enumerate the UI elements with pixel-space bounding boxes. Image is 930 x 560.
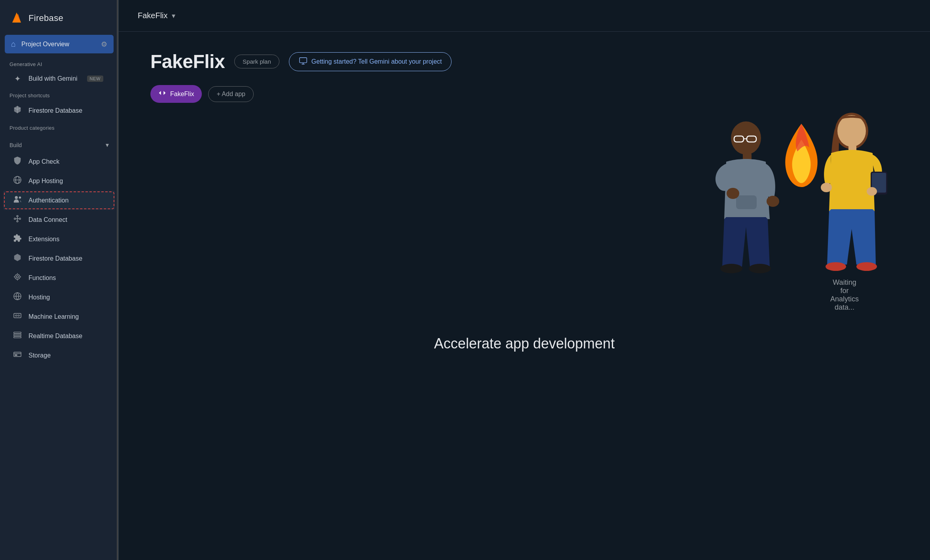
waiting-analytics-label: Waiting for Analytics data... bbox=[830, 278, 859, 312]
sidebar-item-app-hosting[interactable]: App Hosting bbox=[3, 171, 115, 191]
svg-point-44 bbox=[821, 183, 832, 192]
storage-icon bbox=[13, 350, 22, 361]
functions-icon bbox=[13, 272, 22, 283]
svg-point-38 bbox=[767, 196, 779, 207]
svg-point-6 bbox=[19, 218, 21, 219]
authentication-label: Authentication bbox=[28, 197, 68, 204]
svg-point-11 bbox=[16, 276, 19, 278]
project-name-label: FakeFlix bbox=[138, 11, 168, 20]
firestore-label: Firestore Database bbox=[28, 255, 82, 262]
main-content: FakeFlix ▾ FakeFlix Spark plan Getting s… bbox=[119, 0, 930, 560]
project-overview-label: Project Overview bbox=[21, 41, 95, 48]
storage-label: Storage bbox=[28, 352, 51, 359]
hero-area: Waiting for Analytics data... bbox=[150, 122, 930, 320]
svg-point-3 bbox=[15, 196, 18, 199]
spark-plan-badge[interactable]: Spark plan bbox=[234, 55, 279, 68]
sidebar-item-machine-learning[interactable]: Machine Learning bbox=[3, 307, 115, 326]
product-categories-label: Product categories bbox=[0, 120, 118, 133]
sidebar-item-app-check[interactable]: App Check bbox=[3, 152, 115, 171]
build-section-header[interactable]: Build ▾ bbox=[0, 136, 118, 152]
sidebar-item-hosting[interactable]: Hosting bbox=[3, 288, 115, 307]
add-app-label: + Add app bbox=[216, 91, 245, 98]
app-chip-label: FakeFlix bbox=[170, 91, 194, 98]
firestore-shortcut-label: Firestore Database bbox=[28, 107, 82, 114]
authentication-icon bbox=[13, 195, 22, 206]
project-dropdown-arrow-icon: ▾ bbox=[172, 11, 175, 20]
svg-point-49 bbox=[856, 262, 877, 271]
app-check-label: App Check bbox=[28, 158, 59, 165]
sidebar-item-extensions[interactable]: Extensions bbox=[3, 229, 115, 249]
svg-point-47 bbox=[867, 187, 877, 196]
add-app-button[interactable]: + Add app bbox=[208, 86, 254, 102]
machine-learning-icon bbox=[13, 311, 22, 322]
extensions-icon bbox=[13, 234, 22, 244]
svg-rect-26 bbox=[14, 334, 21, 336]
functions-label: Functions bbox=[28, 274, 56, 282]
gemini-sparkle-icon: ✦ bbox=[13, 74, 22, 83]
project-header: FakeFlix Spark plan Getting started? Tel… bbox=[150, 51, 898, 72]
svg-point-8 bbox=[17, 221, 18, 222]
svg-rect-27 bbox=[14, 337, 21, 338]
svg-point-37 bbox=[727, 188, 739, 199]
build-gemini-label: Build with Gemini bbox=[28, 75, 78, 82]
accelerate-title: Accelerate app development bbox=[150, 335, 898, 352]
app-check-icon bbox=[13, 156, 22, 167]
sidebar: Firebase ⌂ Project Overview ⚙ Generative… bbox=[0, 0, 119, 560]
firestore-shortcut-icon bbox=[13, 105, 22, 116]
build-section: Build ▾ App Check App Hosting bbox=[0, 136, 118, 365]
sidebar-item-realtime-database[interactable]: Realtime Database bbox=[3, 326, 115, 346]
sidebar-header: Firebase bbox=[0, 0, 118, 35]
svg-point-48 bbox=[826, 262, 846, 271]
top-bar: FakeFlix ▾ bbox=[119, 0, 930, 32]
project-title: FakeFlix bbox=[150, 51, 225, 72]
data-connect-icon bbox=[13, 214, 22, 225]
svg-point-39 bbox=[720, 264, 742, 273]
gemini-cta-button[interactable]: Getting started? Tell Gemini about your … bbox=[289, 52, 452, 71]
firestore-icon bbox=[13, 253, 22, 264]
build-chevron-icon: ▾ bbox=[106, 141, 109, 149]
sidebar-item-functions[interactable]: Functions bbox=[3, 268, 115, 288]
project-name-dropdown[interactable]: FakeFlix ▾ bbox=[138, 11, 175, 20]
sidebar-item-build-with-gemini[interactable]: ✦ Build with Gemini NEW bbox=[3, 70, 115, 88]
sidebar-item-storage[interactable]: Storage bbox=[3, 346, 115, 365]
project-overview-item[interactable]: ⌂ Project Overview ⚙ bbox=[5, 35, 114, 53]
svg-rect-30 bbox=[300, 57, 307, 62]
home-icon: ⌂ bbox=[11, 40, 16, 49]
hosting-label: Hosting bbox=[28, 294, 50, 301]
firebase-brand-label: Firebase bbox=[28, 13, 63, 23]
svg-point-7 bbox=[17, 216, 18, 217]
firebase-logo-icon bbox=[9, 11, 24, 25]
build-section-label: Build bbox=[9, 142, 22, 148]
gemini-cta-label: Getting started? Tell Gemini about your … bbox=[311, 58, 442, 65]
svg-point-42 bbox=[837, 115, 866, 147]
svg-rect-25 bbox=[14, 332, 21, 334]
svg-point-40 bbox=[749, 264, 771, 273]
svg-point-5 bbox=[14, 218, 16, 219]
sidebar-item-firestore[interactable]: Firestore Database bbox=[3, 249, 115, 268]
svg-rect-28 bbox=[14, 352, 21, 357]
realtime-database-label: Realtime Database bbox=[28, 333, 82, 340]
app-selector-row: FakeFlix + Add app bbox=[150, 85, 898, 103]
sidebar-item-authentication[interactable]: Authentication bbox=[3, 191, 115, 210]
data-connect-label: Data Connect bbox=[28, 216, 67, 223]
svg-point-12 bbox=[15, 274, 20, 280]
character-right bbox=[813, 110, 890, 288]
sidebar-scroll: Generative AI ✦ Build with Gemini NEW Pr… bbox=[0, 57, 118, 560]
project-shortcuts-label: Project shortcuts bbox=[0, 88, 118, 101]
sidebar-item-firestore-shortcut[interactable]: Firestore Database bbox=[3, 101, 115, 120]
svg-rect-29 bbox=[15, 355, 17, 356]
sidebar-resize-handle[interactable] bbox=[117, 0, 118, 560]
app-hosting-label: App Hosting bbox=[28, 178, 63, 185]
accelerate-section: Accelerate app development bbox=[150, 335, 898, 365]
character-left bbox=[704, 116, 788, 288]
svg-rect-36 bbox=[736, 195, 757, 209]
settings-gear-icon[interactable]: ⚙ bbox=[101, 40, 107, 49]
machine-learning-label: Machine Learning bbox=[28, 313, 79, 320]
sidebar-item-data-connect[interactable]: Data Connect bbox=[3, 210, 115, 229]
app-hosting-icon bbox=[13, 176, 22, 186]
hosting-icon bbox=[13, 292, 22, 303]
gemini-cta-icon bbox=[299, 57, 307, 67]
app-chip-fakeflix[interactable]: FakeFlix bbox=[150, 85, 202, 103]
realtime-database-icon bbox=[13, 331, 22, 341]
new-badge: NEW bbox=[87, 76, 103, 82]
